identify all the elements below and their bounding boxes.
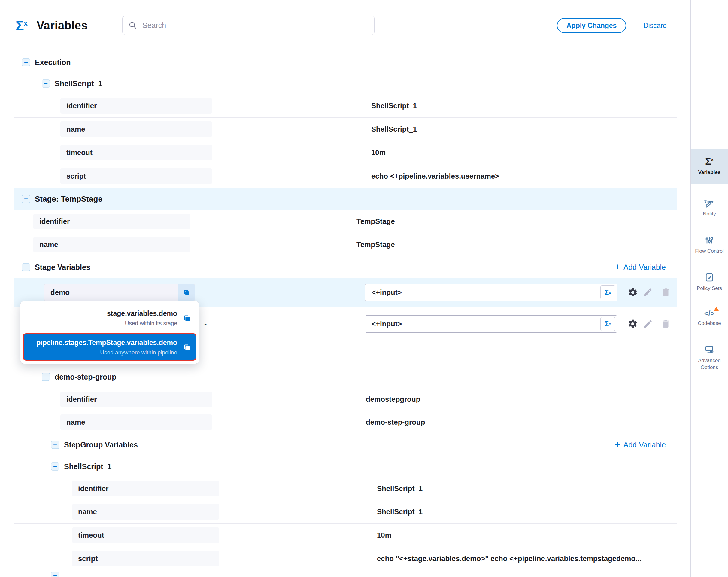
policy-check-icon (705, 273, 714, 282)
stepgroup-row: − demo-step-group (14, 366, 677, 388)
partial-row: − (14, 570, 677, 577)
settings-gear-icon[interactable] (628, 319, 638, 329)
panel-header: Σx Variables Apply Changes Discard (0, 0, 691, 51)
apply-changes-button[interactable]: Apply Changes (557, 18, 626, 33)
section-label: Execution (35, 58, 71, 67)
delete-trash-icon[interactable] (661, 287, 671, 298)
property-value: 10m (371, 148, 386, 157)
step-row-shellscript: − ShellScript_1 (14, 73, 677, 94)
copy-variable-button[interactable] (178, 284, 194, 301)
variable-path-option-pipeline[interactable]: pipeline.stages.TempStage.variables.demo… (23, 333, 197, 361)
section-label: StepGroup Variables (64, 441, 138, 449)
property-name-cell: identifier (60, 98, 212, 114)
property-row: name TempStage (14, 233, 677, 256)
property-value: ShellScript_1 (377, 508, 422, 516)
page-title: Variables (37, 19, 88, 32)
sidebar-item-codebase[interactable]: </> Codebase (691, 304, 728, 333)
property-name-cell: script (72, 551, 219, 567)
advanced-options-icon (705, 345, 714, 354)
variable-path: pipeline.stages.TempStage.variables.demo (36, 339, 177, 347)
sidebar-item-variables[interactable]: Σx Variables (691, 149, 728, 184)
property-name-cell: identifier (33, 214, 190, 229)
collapse-icon[interactable]: − (22, 58, 30, 66)
property-name-cell: name (33, 237, 190, 252)
property-name-cell: script (60, 168, 212, 184)
copy-icon[interactable] (183, 343, 191, 352)
property-name-cell: timeout (60, 145, 212, 160)
property-name-cell: name (60, 415, 212, 430)
property-name-cell: timeout (72, 527, 219, 543)
collapse-icon[interactable]: − (51, 441, 59, 449)
property-value: ShellScript_1 (371, 125, 417, 133)
required-dash: - (204, 288, 207, 297)
stepgroup-label: demo-step-group (55, 373, 116, 381)
section-label: Stage Variables (35, 262, 90, 271)
warning-triangle-icon (714, 307, 719, 311)
right-sidebar: Σx Variables Notify Flow Control Policy … (691, 0, 728, 577)
copy-icon[interactable] (183, 314, 191, 323)
search-icon (129, 21, 137, 29)
collapse-icon[interactable]: − (42, 373, 50, 381)
variable-value-input[interactable]: <+input> Σx (365, 284, 618, 301)
property-row: name ShellScript_1 (14, 500, 677, 524)
plus-icon: + (615, 440, 621, 449)
property-row: script echo "<+stage.variables.demo>" ec… (14, 547, 677, 570)
step-row-shellscript: − ShellScript_1 (14, 456, 677, 477)
section-row-stepgroup-variables: − StepGroup Variables + Add Variable (14, 434, 677, 456)
property-value: echo <+pipeline.variables.username> (371, 172, 499, 180)
property-name-cell: identifier (60, 392, 212, 407)
stage-header-row: − Stage: TempStage (14, 188, 677, 210)
property-value: demostepgroup (366, 395, 420, 404)
section-row-stage-variables: − Stage Variables + Add Variable (14, 256, 677, 278)
copy-icon (183, 289, 190, 296)
variable-value-input[interactable]: <+input> Σx (365, 315, 618, 333)
property-row: timeout 10m (14, 141, 677, 165)
variables-sigma-icon: Σx (16, 19, 28, 32)
sidebar-item-flow-control[interactable]: Flow Control (691, 229, 728, 260)
property-row: identifier ShellScript_1 (14, 94, 677, 118)
runtime-input-sigma-icon[interactable]: Σx (600, 285, 615, 299)
add-variable-button[interactable]: + Add Variable (615, 441, 666, 449)
step-label: ShellScript_1 (64, 462, 111, 471)
runtime-input-sigma-icon[interactable]: Σx (600, 317, 615, 331)
settings-gear-icon[interactable] (628, 287, 638, 298)
add-variable-button[interactable]: + Add Variable (615, 262, 666, 271)
property-value: TempStage (357, 217, 395, 226)
collapse-icon[interactable]: − (51, 572, 59, 577)
property-value: demo-step-group (366, 418, 425, 426)
collapse-icon[interactable]: − (22, 263, 30, 271)
property-value: TempStage (357, 241, 395, 249)
property-name-cell: name (72, 504, 219, 520)
required-dash: - (204, 320, 207, 328)
sliders-icon (705, 235, 714, 245)
delete-trash-icon[interactable] (661, 319, 671, 329)
property-name-cell: identifier (72, 481, 219, 497)
variables-panel: Σx Variables Apply Changes Discard − Exe… (0, 0, 728, 577)
sidebar-item-notify[interactable]: Notify (691, 192, 728, 223)
property-row: name ShellScript_1 (14, 118, 677, 141)
property-row: identifier demostepgroup (14, 388, 677, 411)
variable-name-input[interactable]: demo (44, 284, 195, 301)
collapse-icon[interactable]: − (51, 462, 59, 471)
search-box[interactable] (122, 16, 374, 35)
edit-pencil-icon[interactable] (643, 319, 653, 329)
collapse-icon[interactable]: − (42, 79, 50, 87)
step-label: ShellScript_1 (55, 79, 102, 88)
sidebar-item-advanced-options[interactable]: Advanced Options (691, 339, 728, 377)
property-value: ShellScript_1 (371, 102, 417, 110)
property-row: identifier TempStage (14, 210, 677, 233)
collapse-icon[interactable]: − (22, 195, 30, 203)
search-input[interactable] (142, 21, 368, 30)
property-row: script echo <+pipeline.variables.usernam… (14, 165, 677, 188)
variable-path-popover: stage.variables.demo Used within its sta… (20, 301, 199, 363)
discard-button[interactable]: Discard (642, 18, 669, 33)
property-row: name demo-step-group (14, 411, 677, 434)
property-value: ShellScript_1 (377, 484, 422, 493)
edit-pencil-icon[interactable] (643, 287, 653, 298)
variable-path-option-stage[interactable]: stage.variables.demo Used within its sta… (23, 304, 197, 331)
main-area: Σx Variables Apply Changes Discard − Exe… (0, 0, 691, 577)
property-name-cell: name (60, 121, 212, 137)
sidebar-item-policy-sets[interactable]: Policy Sets (691, 267, 728, 298)
section-row-execution: − Execution (14, 51, 677, 73)
variables-sigma-icon: Σx (705, 156, 713, 166)
